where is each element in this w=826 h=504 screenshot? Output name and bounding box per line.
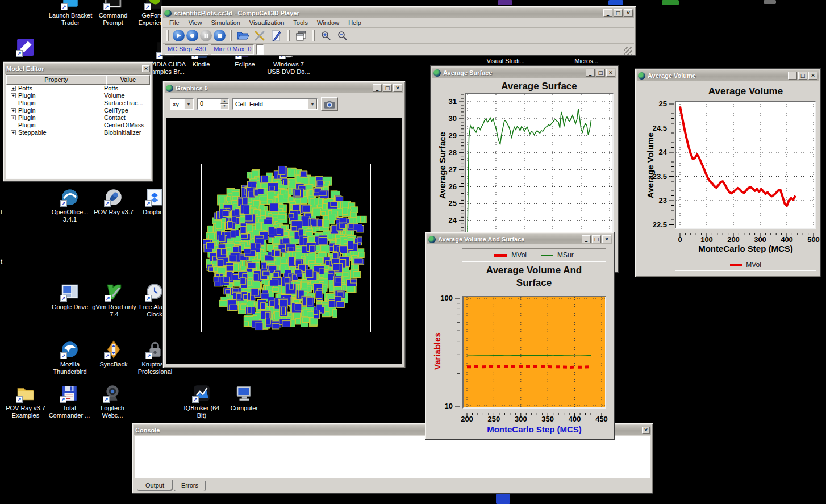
tree-expander[interactable]: + [11,115,16,120]
tree-row[interactable]: +PluginVolume [6,92,150,99]
console-output-area[interactable] [135,436,650,478]
close-button[interactable]: ✕ [606,69,615,77]
desktop-icon-iqbroker[interactable]: ↗IQBroker (64Bit) [179,384,224,419]
icon-sliver [764,0,776,4]
maximize-button[interactable]: □ [592,235,601,243]
tree-row[interactable]: +PluginContact [6,114,150,122]
plot-area [675,101,816,229]
tree-value: BlobInitializer [104,129,150,136]
menu-help[interactable]: Help [344,19,365,27]
titlebar-average-volume-and-surface[interactable]: Average Volume And Surface _ □ ✕ [427,234,612,244]
maximize-button[interactable]: □ [596,69,605,77]
tree-row[interactable]: PluginSurfaceTrac... [6,99,150,107]
tools-button[interactable] [252,29,267,43]
tab-output[interactable]: Output [137,480,173,491]
stop-button[interactable] [214,30,226,41]
desktop-icon-launch-bracket-trader[interactable]: ↗Launch BracketTrader [48,0,93,27]
menu-tools[interactable]: Tools [289,19,312,27]
tab-errors[interactable]: Errors [174,481,206,491]
close-button[interactable]: ✕ [142,65,150,72]
cell-field-canvas[interactable] [166,118,402,364]
tree-property: Plugin [18,99,36,107]
tree-expander[interactable]: + [11,108,16,113]
maximize-button[interactable]: □ [614,9,623,17]
titlebar-graphics[interactable]: Graphics 0 _ □ ✕ [165,83,403,93]
close-button[interactable]: ✕ [808,72,817,80]
window-title: Model Editor [6,65,140,72]
menu-file[interactable]: File [165,19,183,27]
tree-row[interactable]: PluginCenterOfMass [6,122,150,129]
screenshot-button[interactable] [321,97,338,111]
tree-property: Plugin [18,122,36,129]
resize-grip[interactable] [624,47,632,55]
desktop-icon-google-drive[interactable]: ↗Google Drive [47,282,93,311]
step-button[interactable] [186,30,198,41]
zoom-in-button[interactable] [319,29,333,43]
spin-up-icon[interactable]: ▲ [220,99,228,104]
play-button[interactable] [173,30,185,41]
tree-expander[interactable]: + [11,93,16,98]
close-button[interactable]: ✕ [624,9,633,17]
desktop-icon-mozilla-thunderbird[interactable]: ↗MozillaThunderbird [47,340,93,376]
open-folder-icon [237,31,249,41]
spin-down-icon[interactable]: ▼ [220,104,228,109]
chart-title: Average Volume And Surface [474,264,594,289]
field-combo[interactable]: Cell_Field ▼ [232,98,318,110]
close-button[interactable]: ✕ [393,84,402,92]
new-window-button[interactable] [294,29,308,43]
x-axis-label: MonteCarlo Step (MCS) [675,244,816,253]
minimize-button[interactable]: _ [582,235,591,243]
desktop-icon-total-commander[interactable]: ↗TotalCommander ... [47,384,92,419]
x-tick-label: 450 [595,415,608,423]
minimize-button[interactable]: _ [373,84,382,92]
tree-row[interactable]: +SteppableBlobInitializer [6,129,150,136]
x-tick-label: 400 [569,415,581,423]
close-button[interactable]: ✕ [642,427,650,434]
toolbar-grip [166,30,169,41]
icon-label: Logitech [90,405,135,412]
tree-property: Potts [18,85,32,92]
desktop-icon-syncback[interactable]: ↗SyncBack [91,340,136,368]
titlebar-average-surface[interactable]: Average Surface _ □ ✕ [432,68,616,78]
desktop-icon-povray-examples[interactable]: ↗POV-Ray v3.7Examples [3,384,48,419]
tree-expander[interactable]: + [11,130,16,135]
titlebar-model-editor[interactable]: Model Editor ✕ [5,64,151,74]
minimize-button[interactable]: _ [788,72,797,80]
maximize-button[interactable]: □ [383,84,392,92]
tree-row[interactable]: +PluginCellType [6,107,150,114]
column-header-value[interactable]: Value [106,75,150,85]
zoom-out-button[interactable] [335,29,350,43]
menu-window[interactable]: Window [313,19,343,27]
column-header-property[interactable]: Property [6,75,106,85]
desktop-icon-command-prompt[interactable]: ↗CommandPrompt [90,0,136,27]
menu-view[interactable]: View [185,19,206,27]
desktop-icon-computer[interactable]: Computer [222,384,267,412]
desktop-icon-gvim[interactable]: ↗gVim Read only7.4 [91,282,137,318]
titlebar-main[interactable]: scientificPlots.cc3d - CompuCell3D Playe… [163,8,634,18]
minimize-button[interactable]: _ [586,69,595,77]
maximize-button[interactable]: □ [798,72,807,80]
cc3d-app-icon [164,10,172,17]
desktop-icon-logitech-webcam[interactable]: ↗LogitechWebc... [90,384,135,419]
titlebar-average-volume[interactable]: Average Volume _ □ ✕ [637,70,819,81]
chevron-down-icon[interactable]: ▼ [184,99,193,109]
desktop-icon-pen-app[interactable]: ↗ [3,38,48,59]
tree-row[interactable]: +PottsPotts [6,85,150,92]
plane-index-stepper[interactable]: 0 ▲▼ [197,98,229,110]
close-button[interactable]: ✕ [602,235,611,243]
menu-visualization[interactable]: Visualization [245,19,289,27]
desktop-icon-openoffice[interactable]: ↗OpenOffice...3.4.1 [47,188,93,223]
x-tick-label: 0 [678,235,682,244]
tree-property: Plugin [18,114,36,122]
icon-label: Kindle [178,61,224,68]
edit-notepad-button[interactable] [269,29,283,43]
minimize-button[interactable]: _ [603,9,612,17]
open-simulation-button[interactable] [236,29,251,43]
desktop-icon-povray[interactable]: ↗POV-Ray v3.7 [91,188,136,216]
plane-combo[interactable]: xy ▼ [170,98,194,110]
pause-button[interactable] [200,30,212,41]
tree-expander[interactable]: + [11,86,16,91]
y-tick-label: 30 [437,114,457,123]
menu-simulation[interactable]: Simulation [207,19,244,27]
chevron-down-icon[interactable]: ▼ [308,99,317,109]
